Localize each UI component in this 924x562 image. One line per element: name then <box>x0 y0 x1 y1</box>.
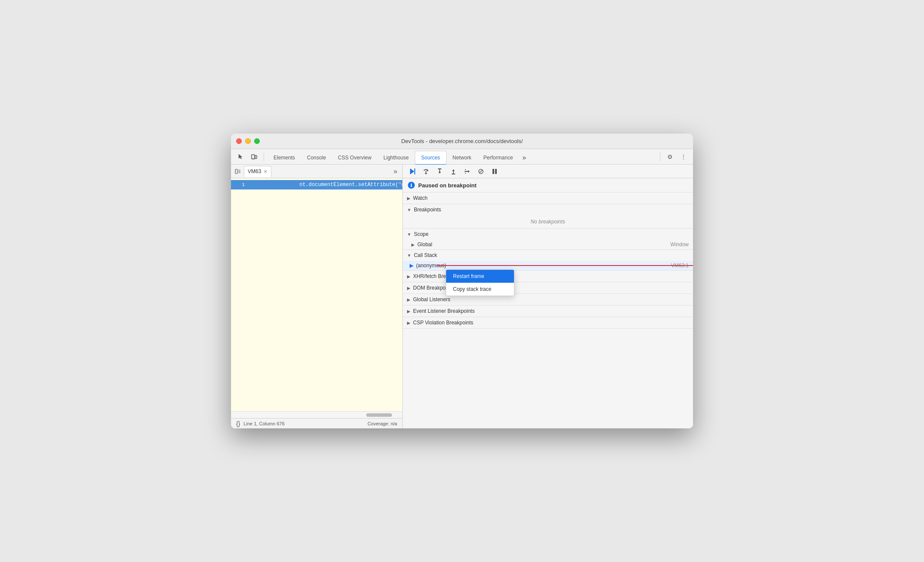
global-listeners-label: Global Listeners <box>413 296 450 302</box>
horizontal-scrollbar[interactable] <box>231 411 402 418</box>
event-listener-breakpoints-header[interactable]: ▶ Event Listener Breakpoints <box>403 305 693 317</box>
file-tab-bar: VM63 × » <box>231 165 402 178</box>
tab-console[interactable]: Console <box>301 151 332 165</box>
breakpoints-label: Breakpoints <box>414 207 441 213</box>
pause-info-icon: ℹ <box>408 182 415 189</box>
call-stack-header[interactable]: ▼ Call Stack <box>403 250 693 261</box>
tab-container: Elements Console CSS Overview Lighthouse… <box>267 149 657 165</box>
event-listener-arrow: ▶ <box>407 309 410 314</box>
more-options-icon[interactable]: ⋮ <box>678 151 690 163</box>
device-toolbar-icon[interactable] <box>248 151 260 163</box>
coverage-status: Coverage: n/a <box>368 421 397 426</box>
scope-arrow: ▼ <box>407 232 411 237</box>
step-button[interactable] <box>461 165 473 177</box>
svg-marker-16 <box>452 169 455 171</box>
title-bar: DevTools - developer.chrome.com/docs/dev… <box>231 134 693 149</box>
cursor-position: Line 1, Column 676 <box>243 421 284 426</box>
navigator-icon[interactable] <box>233 166 243 177</box>
call-stack-item-arrow: ▶ <box>410 263 413 269</box>
svg-rect-1 <box>255 156 257 159</box>
toolbar-divider-2 <box>660 153 660 161</box>
tab-css-overview[interactable]: CSS Overview <box>332 151 377 165</box>
more-tabs-button[interactable]: » <box>519 151 530 165</box>
watch-section-header[interactable]: ▶ Watch <box>403 192 693 204</box>
window-title: DevTools - developer.chrome.com/docs/dev… <box>401 138 523 144</box>
toolbar-divider-1 <box>264 153 264 161</box>
scope-global-item[interactable]: ▶ Global Window <box>403 240 693 249</box>
watch-arrow: ▶ <box>407 196 410 201</box>
right-panel: ℹ Paused on breakpoint ▶ Watch ▼ <box>403 165 693 428</box>
breakpoints-section: ▼ Breakpoints No breakpoints <box>403 204 693 229</box>
svg-marker-19 <box>468 170 470 173</box>
global-value: Window <box>670 241 689 247</box>
scope-label: Scope <box>414 231 429 237</box>
context-menu-copy-stack-trace[interactable]: Copy stack trace <box>446 283 514 296</box>
event-listener-breakpoints-section: ▶ Event Listener Breakpoints <box>403 305 693 317</box>
global-label: Global <box>417 241 432 247</box>
step-out-button[interactable] <box>447 165 459 177</box>
csp-label: CSP Violation Breakpoints <box>413 320 473 326</box>
scope-section: ▼ Scope ▶ Global Window <box>403 229 693 250</box>
settings-icon[interactable]: ⚙ <box>664 151 676 163</box>
paused-text: Paused on breakpoint <box>418 182 477 189</box>
call-stack-item-anonymous[interactable]: ▶ (anonymous) VM63:1 Restart frame Copy … <box>403 261 693 270</box>
step-into-button[interactable] <box>434 165 446 177</box>
tab-performance[interactable]: Performance <box>477 151 519 165</box>
breakpoints-section-header[interactable]: ▼ Breakpoints <box>403 204 693 215</box>
scroll-thumb[interactable] <box>366 413 392 417</box>
code-line-1: 1 nt.documentElement.setAttribute("data-… <box>231 180 402 189</box>
deactivate-bp-button[interactable] <box>475 165 487 177</box>
pause-exceptions-button[interactable] <box>489 165 501 177</box>
file-tab-close[interactable]: × <box>264 168 267 174</box>
event-listener-label: Event Listener Breakpoints <box>413 308 474 314</box>
call-stack-label: Call Stack <box>414 252 437 258</box>
svg-rect-8 <box>414 168 415 174</box>
format-icon[interactable]: {} <box>236 420 240 427</box>
tab-network[interactable]: Network <box>447 151 477 165</box>
csp-arrow: ▶ <box>407 321 410 325</box>
tab-sources[interactable]: Sources <box>415 151 447 165</box>
svg-marker-13 <box>438 172 441 174</box>
step-over-button[interactable] <box>420 165 432 177</box>
code-editor[interactable]: 1 nt.documentElement.setAttribute("data-… <box>231 178 402 418</box>
left-panel: VM63 × » 1 nt.documentElement.setAttribu… <box>231 165 403 428</box>
tab-lighthouse[interactable]: Lighthouse <box>377 151 415 165</box>
debug-content[interactable]: ℹ Paused on breakpoint ▶ Watch ▼ <box>403 178 693 428</box>
watch-section: ▶ Watch <box>403 192 693 204</box>
scope-section-header[interactable]: ▼ Scope <box>403 229 693 240</box>
call-stack-section: ▼ Call Stack ▶ (anonymous) VM63:1 Restar… <box>403 250 693 271</box>
global-arrow: ▶ <box>411 242 415 247</box>
red-strike-line <box>437 265 693 266</box>
debug-toolbar <box>403 165 693 178</box>
call-stack-arrow: ▼ <box>407 253 411 258</box>
context-menu: Restart frame Copy stack trace <box>446 269 514 296</box>
status-bar-left: {} Line 1, Column 676 <box>236 420 285 427</box>
context-menu-restart-frame[interactable]: Restart frame <box>446 270 514 283</box>
tab-elements[interactable]: Elements <box>267 151 301 165</box>
svg-rect-23 <box>492 169 494 174</box>
breakpoints-arrow: ▼ <box>407 208 411 212</box>
svg-rect-3 <box>235 169 237 174</box>
devtools-panel: Elements Console CSS Overview Lighthouse… <box>231 149 693 428</box>
dom-arrow: ▶ <box>407 286 410 290</box>
maximize-traffic-light[interactable] <box>254 138 260 144</box>
csp-violation-header[interactable]: ▶ CSP Violation Breakpoints <box>403 317 693 328</box>
svg-rect-24 <box>495 169 497 174</box>
svg-line-22 <box>480 170 483 173</box>
close-traffic-light[interactable] <box>236 138 242 144</box>
file-tab-vm63[interactable]: VM63 × <box>244 166 271 177</box>
main-area: VM63 × » 1 nt.documentElement.setAttribu… <box>231 165 693 428</box>
file-tab-more[interactable]: » <box>390 166 401 177</box>
no-breakpoints-text: No breakpoints <box>403 215 693 228</box>
resume-button[interactable] <box>406 165 418 177</box>
minimize-traffic-light[interactable] <box>245 138 251 144</box>
xhr-arrow: ▶ <box>407 274 410 279</box>
devtools-window: DevTools - developer.chrome.com/docs/dev… <box>231 134 693 428</box>
traffic-lights <box>236 138 260 144</box>
status-bar: {} Line 1, Column 676 Coverage: n/a <box>231 418 402 428</box>
svg-point-2 <box>253 158 254 159</box>
watch-label: Watch <box>413 195 428 201</box>
cursor-icon[interactable] <box>234 151 246 163</box>
code-content-area: 1 nt.documentElement.setAttribute("data-… <box>231 178 402 411</box>
svg-marker-7 <box>410 168 414 174</box>
